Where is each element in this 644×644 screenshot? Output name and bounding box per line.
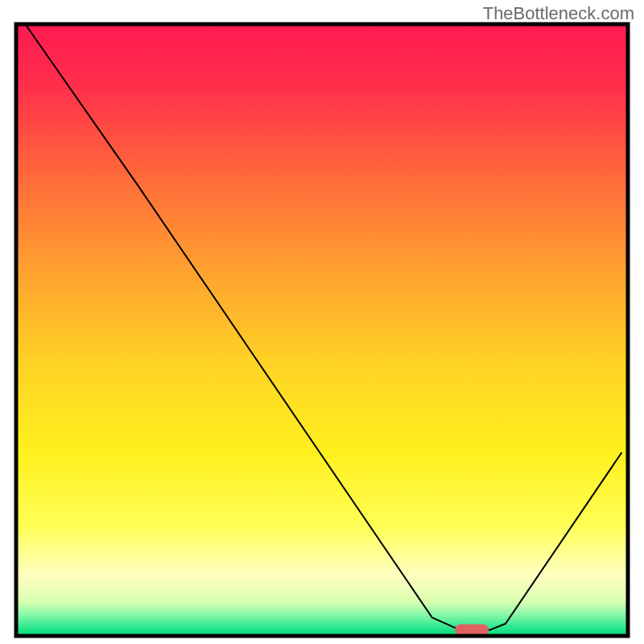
bottleneck-chart: TheBottleneck.com [0,0,644,644]
chart-svg [0,0,644,644]
optimal-point-marker [455,624,489,635]
watermark-text: TheBottleneck.com [483,3,634,24]
gradient-background [16,24,628,636]
